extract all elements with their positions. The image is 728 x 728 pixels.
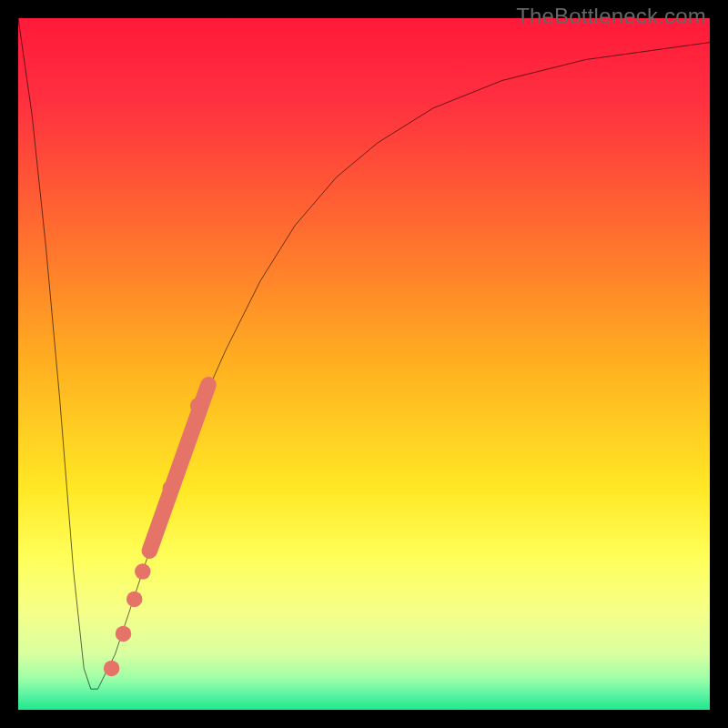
highlight-dot [162, 480, 177, 496]
highlight-dot [190, 398, 206, 413]
chart-frame: TheBottleneck.com [0, 0, 728, 728]
highlight-dot [135, 563, 150, 579]
chart-svg [18, 18, 710, 710]
chart-background-gradient [18, 18, 710, 710]
highlight-dot [126, 592, 142, 607]
watermark-text: TheBottleneck.com [516, 4, 706, 29]
chart-plot-area [18, 18, 710, 710]
highlight-dot [104, 661, 119, 676]
highlight-dot [116, 626, 131, 642]
